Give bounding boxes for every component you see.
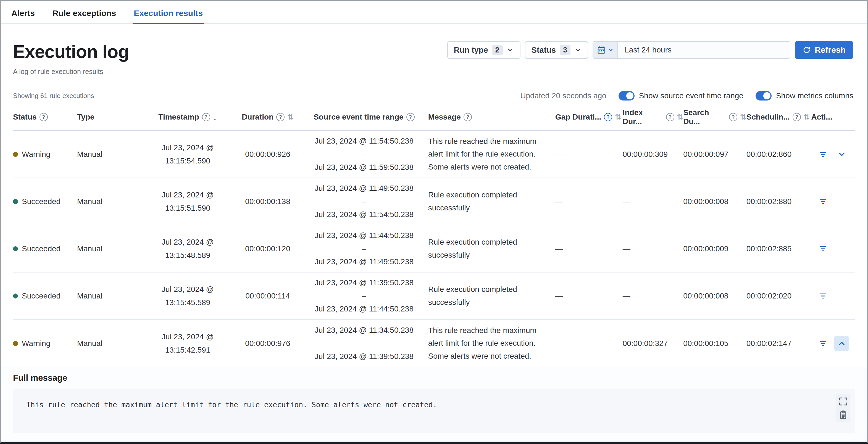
help-icon[interactable]: ?: [604, 113, 612, 121]
search-duration-cell: 00:00:00:008: [683, 289, 746, 303]
full-message-heading: Full message: [13, 373, 855, 383]
refresh-button[interactable]: Refresh: [795, 41, 854, 59]
column-header-source-event-time-range[interactable]: Source event time range?: [300, 113, 428, 122]
filter-icon[interactable]: [819, 245, 827, 253]
gap-duration-cell: —: [555, 337, 623, 350]
help-icon[interactable]: ?: [39, 113, 48, 121]
message-cell: Rule execution completed successfully: [428, 189, 555, 214]
help-icon[interactable]: ?: [666, 113, 674, 121]
toggle-on-icon[interactable]: [619, 91, 634, 100]
toolbar-right: Updated 20 seconds ago Show source event…: [520, 91, 854, 100]
execution-log-table: Status? Type Timestamp?↓ Duration?⇅ Sour…: [13, 105, 855, 367]
expanded-row-details: Full message This rule reached the maxim…: [1, 367, 867, 442]
gap-duration-cell: —: [555, 242, 623, 255]
timestamp-cell: Jul 23, 2024 @13:15:48.589: [140, 235, 235, 262]
type-cell: Manual: [77, 242, 140, 255]
status-count-badge: 3: [560, 45, 570, 55]
timestamp-cell: Jul 23, 2024 @13:15:45.589: [140, 283, 235, 309]
sortable-icon[interactable]: ⇅: [804, 113, 810, 122]
column-header-message[interactable]: Message?: [428, 113, 555, 122]
column-header-search-duration[interactable]: Search Du...?⇅: [683, 108, 746, 126]
source-range-cell: Jul 23, 2024 @ 11:54:50.238–Jul 23, 2024…: [300, 134, 428, 174]
toggle-on-icon[interactable]: [755, 91, 772, 100]
success-status-dot: [13, 293, 18, 298]
sortable-icon[interactable]: ⇅: [287, 113, 294, 122]
column-header-duration[interactable]: Duration?⇅: [236, 113, 300, 122]
source-range-cell: Jul 23, 2024 @ 11:44:50.238–Jul 23, 2024…: [300, 229, 428, 268]
timestamp-cell: Jul 23, 2024 @13:15:42.591: [140, 330, 235, 356]
tab-alerts[interactable]: Alerts: [10, 5, 36, 24]
source-range-cell: Jul 23, 2024 @ 11:34:50.238–Jul 23, 2024…: [300, 324, 428, 363]
filter-icon[interactable]: [819, 150, 827, 158]
table-row: Succeeded Manual Jul 23, 2024 @13:15:48.…: [13, 225, 855, 273]
full-message-panel: This rule reached the maximum alert limi…: [13, 389, 855, 433]
index-duration-cell: 00:00:00:327: [623, 337, 683, 350]
help-icon[interactable]: ?: [202, 113, 210, 121]
help-icon[interactable]: ?: [464, 113, 472, 121]
index-duration-cell: —: [623, 195, 683, 208]
success-status-dot: [13, 246, 18, 251]
duration-cell: 00:00:00:114: [236, 289, 300, 303]
chevron-down-icon: [574, 46, 582, 54]
sortable-icon[interactable]: ⇅: [677, 113, 683, 122]
column-header-index-duration[interactable]: Index Dur...?⇅: [623, 108, 683, 126]
tab-rule-exceptions[interactable]: Rule exceptions: [51, 5, 117, 24]
tab-execution-results[interactable]: Execution results: [133, 5, 204, 24]
actions-cell: [811, 147, 855, 162]
scheduling-delay-cell: 00:00:02:860: [746, 148, 811, 161]
index-duration-cell: —: [623, 242, 683, 255]
message-cell: This rule reached the maximum alert limi…: [428, 135, 555, 173]
status-cell: Succeeded: [13, 289, 77, 303]
type-cell: Manual: [77, 289, 140, 303]
sort-desc-icon[interactable]: ↓: [213, 113, 217, 122]
fullscreen-icon[interactable]: [838, 397, 848, 406]
column-header-gap-duration[interactable]: Gap Durati...?⇅: [555, 113, 623, 122]
scheduling-delay-cell: 00:00:02:147: [746, 337, 811, 350]
gap-duration-cell: —: [555, 195, 623, 208]
status-filter-button[interactable]: Status 3: [525, 41, 588, 59]
run-type-filter-button[interactable]: Run type 2: [447, 41, 521, 59]
table-header-row: Status? Type Timestamp?↓ Duration?⇅ Sour…: [13, 105, 855, 131]
filter-icon[interactable]: [819, 292, 827, 300]
tabs-bar: Alerts Rule exceptions Execution results: [1, 1, 867, 24]
help-icon[interactable]: ?: [406, 113, 415, 121]
help-icon[interactable]: ?: [729, 113, 737, 121]
date-range-value[interactable]: Last 24 hours: [618, 45, 678, 54]
column-header-scheduling-delay[interactable]: Schedulin...?⇅: [746, 113, 811, 122]
table-toolbar: Showing 61 rule executions Updated 20 se…: [1, 76, 867, 100]
message-cell: Rule execution completed successfully: [428, 283, 555, 309]
page-header: Execution log A log of rule execution re…: [1, 24, 867, 76]
table-row: Succeeded Manual Jul 23, 2024 @13:15:45.…: [13, 273, 855, 320]
page-title: Execution log: [13, 41, 129, 62]
duration-cell: 00:00:00:976: [236, 337, 300, 350]
copy-clipboard-icon[interactable]: [838, 410, 848, 419]
help-icon[interactable]: ?: [793, 113, 801, 121]
expand-row-chevron-down-icon[interactable]: [834, 147, 849, 162]
collapse-row-chevron-up-icon[interactable]: [834, 336, 849, 351]
calendar-segment[interactable]: [593, 42, 618, 58]
status-cell: Warning: [13, 337, 77, 350]
index-duration-cell: 00:00:00:309: [623, 148, 683, 161]
duration-cell: 00:00:00:120: [236, 242, 300, 255]
toggle-source-event-time-range[interactable]: Show source event time range: [619, 91, 743, 100]
chevron-down-icon: [507, 46, 514, 54]
status-cell: Warning: [13, 148, 77, 161]
search-duration-cell: 00:00:00:097: [683, 148, 746, 161]
toggle-metrics-columns[interactable]: Show metrics columns: [755, 91, 854, 100]
status-cell: Succeeded: [13, 195, 77, 208]
filter-icon[interactable]: [819, 339, 827, 348]
column-header-status[interactable]: Status?: [13, 113, 77, 122]
timestamp-cell: Jul 23, 2024 @13:15:51.590: [140, 188, 235, 215]
actions-cell: [811, 336, 855, 351]
run-type-label: Run type: [454, 45, 488, 55]
sortable-icon[interactable]: ⇅: [740, 113, 746, 122]
help-icon[interactable]: ?: [276, 113, 284, 121]
chevron-down-icon: [608, 47, 614, 53]
date-range-picker[interactable]: Last 24 hours: [593, 41, 790, 59]
filter-icon[interactable]: [819, 197, 827, 206]
run-type-count-badge: 2: [492, 45, 503, 55]
actions-cell: [811, 197, 855, 206]
table-footer: Rows per page: 5 1 2 3 4 5 ... 13: [1, 442, 867, 444]
column-header-timestamp[interactable]: Timestamp?↓: [140, 113, 235, 122]
sortable-icon[interactable]: ⇅: [615, 113, 621, 122]
